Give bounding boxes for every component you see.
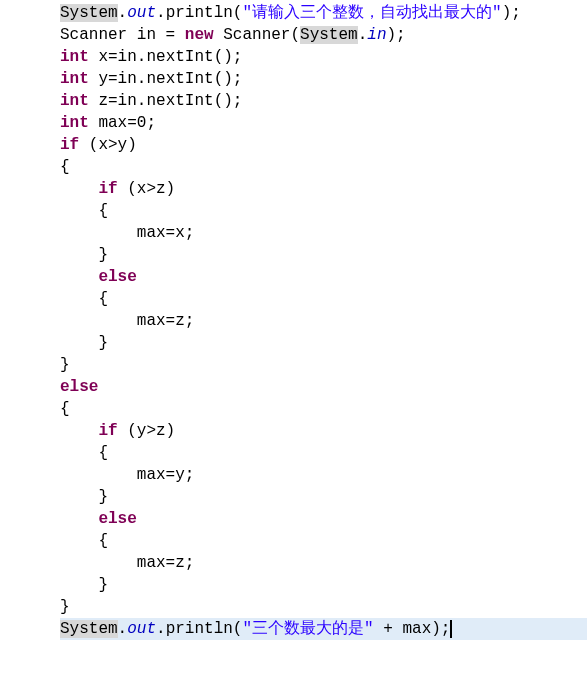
- code-line: int max=0;: [60, 112, 587, 134]
- code-line: max=x;: [60, 222, 587, 244]
- kw-if: if: [60, 136, 79, 154]
- code-line: }: [60, 332, 587, 354]
- code-line: else: [60, 508, 587, 530]
- code-line: {: [60, 288, 587, 310]
- code-line: else: [60, 266, 587, 288]
- code-line: }: [60, 354, 587, 376]
- kw-int: int: [60, 114, 89, 132]
- code-line-current[interactable]: System.out.println("三个数最大的是" + max);: [60, 618, 587, 640]
- code-block: System.out.println("请输入三个整数，自动找出最大的"); S…: [60, 2, 587, 640]
- kw-else: else: [98, 268, 136, 286]
- kw-if: if: [98, 422, 117, 440]
- ident-System: System: [60, 620, 118, 638]
- kw-int: int: [60, 48, 89, 66]
- ident-out: out: [127, 4, 156, 22]
- code-line: {: [60, 442, 587, 464]
- code-line: if (y>z): [60, 420, 587, 442]
- code-line: Scanner in = new Scanner(System.in);: [60, 24, 587, 46]
- ident-out: out: [127, 620, 156, 638]
- code-line: if (x>z): [60, 178, 587, 200]
- code-line: int y=in.nextInt();: [60, 68, 587, 90]
- string-literal: "三个数最大的是": [242, 620, 373, 638]
- code-line: {: [60, 200, 587, 222]
- kw-else: else: [98, 510, 136, 528]
- kw-else: else: [60, 378, 98, 396]
- code-line: int z=in.nextInt();: [60, 90, 587, 112]
- code-line: if (x>y): [60, 134, 587, 156]
- kw-new: new: [185, 26, 214, 44]
- ident-in: in: [367, 26, 386, 44]
- code-line: {: [60, 156, 587, 178]
- code-line: else: [60, 376, 587, 398]
- kw-if: if: [98, 180, 117, 198]
- code-line: max=y;: [60, 464, 587, 486]
- code-line: }: [60, 244, 587, 266]
- code-line: max=z;: [60, 310, 587, 332]
- code-line: {: [60, 398, 587, 420]
- kw-int: int: [60, 70, 89, 88]
- code-line: }: [60, 596, 587, 618]
- kw-int: int: [60, 92, 89, 110]
- code-line: max=z;: [60, 552, 587, 574]
- text-cursor: [450, 620, 452, 638]
- code-line: {: [60, 530, 587, 552]
- string-literal: "请输入三个整数，自动找出最大的": [242, 4, 501, 22]
- ident-System: System: [300, 26, 358, 44]
- code-line: int x=in.nextInt();: [60, 46, 587, 68]
- code-line: System.out.println("请输入三个整数，自动找出最大的");: [60, 2, 587, 24]
- code-line: }: [60, 486, 587, 508]
- ident-System: System: [60, 4, 118, 22]
- code-line: }: [60, 574, 587, 596]
